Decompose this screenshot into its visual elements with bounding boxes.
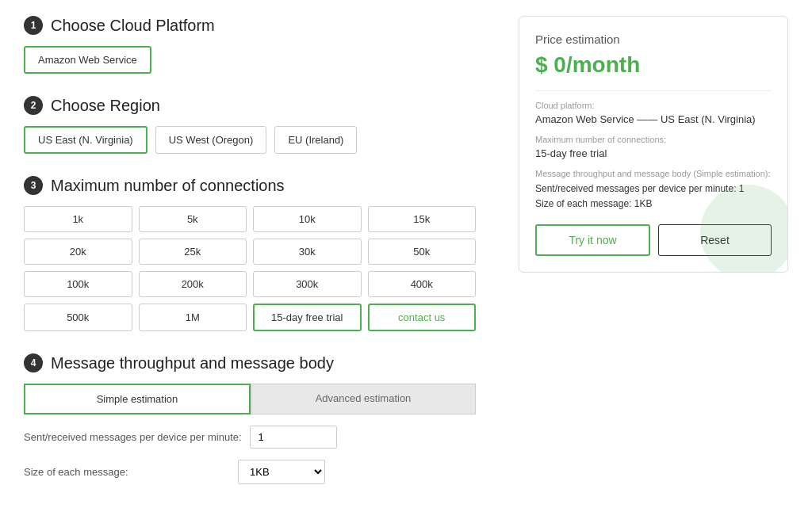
step3-section: 3 Maximum number of connections 1k 5k 10… <box>24 176 503 331</box>
message-size-row: Size of each message: 1KB 2KB 4KB 8KB 16… <box>24 460 503 484</box>
message-size-label: Size of each message: <box>24 466 230 478</box>
conn-500k-button[interactable]: 500k <box>24 304 132 331</box>
region-us-east-button[interactable]: US East (N. Virginia) <box>24 126 147 154</box>
svg-point-0 <box>700 185 788 273</box>
conn-100k-button[interactable]: 100k <box>24 271 132 297</box>
connections-value: 15-day free trial <box>535 147 772 159</box>
conn-50k-button[interactable]: 50k <box>368 239 477 265</box>
conn-200k-button[interactable]: 200k <box>139 271 247 297</box>
connections-label: Maximum number of connections: <box>535 135 772 144</box>
cloud-platform-value: Amazon Web Service —— US East (N. Virgin… <box>535 113 772 125</box>
conn-20k-button[interactable]: 20k <box>24 239 132 265</box>
right-panel: Price estimation $ 0/month Cloud platfor… <box>519 16 788 506</box>
price-divider-1 <box>535 90 772 91</box>
cloud-platform-label: Cloud platform: <box>535 101 772 110</box>
connections-grid: 1k 5k 10k 15k 20k 25k 30k 50k 100k 200k … <box>24 206 476 331</box>
step1-title: Choose Cloud Platform <box>51 17 215 35</box>
step3-title: Maximum number of connections <box>51 177 285 195</box>
step2-header: 2 Choose Region <box>24 96 503 115</box>
conn-5k-button[interactable]: 5k <box>139 206 247 232</box>
conn-contact-us-button[interactable]: contact us <box>368 304 477 331</box>
price-card: Price estimation $ 0/month Cloud platfor… <box>519 16 788 273</box>
messages-per-minute-input[interactable] <box>250 426 337 449</box>
message-size-select[interactable]: 1KB 2KB 4KB 8KB 16KB <box>238 460 325 484</box>
estimation-tabs: Simple estimation Advanced estimation <box>24 384 476 414</box>
step4-section: 4 Message throughput and message body Si… <box>24 353 503 484</box>
step4-header: 4 Message throughput and message body <box>24 353 503 372</box>
region-eu-ireland-button[interactable]: EU (Ireland) <box>274 126 357 154</box>
step2-section: 2 Choose Region US East (N. Virginia) US… <box>24 96 503 154</box>
throughput-label: Message throughput and message body (Sim… <box>535 169 772 178</box>
tab-simple-estimation[interactable]: Simple estimation <box>24 384 251 414</box>
step2-circle: 2 <box>24 96 43 115</box>
step4-title: Message throughput and message body <box>51 354 334 372</box>
step3-circle: 3 <box>24 176 43 195</box>
price-card-title: Price estimation <box>535 32 772 46</box>
platform-aws-button[interactable]: Amazon Web Service <box>24 46 151 74</box>
platform-options: Amazon Web Service <box>24 46 503 74</box>
step1-header: 1 Choose Cloud Platform <box>24 16 503 35</box>
tab-advanced-estimation[interactable]: Advanced estimation <box>251 384 476 414</box>
conn-15k-button[interactable]: 15k <box>368 206 477 232</box>
step1-circle: 1 <box>24 16 43 35</box>
messages-per-minute-row: Sent/received messages per device per mi… <box>24 426 503 449</box>
conn-1k-button[interactable]: 1k <box>24 206 132 232</box>
conn-400k-button[interactable]: 400k <box>368 271 477 297</box>
conn-1m-button[interactable]: 1M <box>139 304 247 331</box>
region-us-west-button[interactable]: US West (Oregon) <box>155 126 267 154</box>
conn-30k-button[interactable]: 30k <box>253 239 362 265</box>
step1-section: 1 Choose Cloud Platform Amazon Web Servi… <box>24 16 503 74</box>
conn-free-trial-button[interactable]: 15-day free trial <box>253 304 362 331</box>
conn-10k-button[interactable]: 10k <box>253 206 362 232</box>
try-now-button[interactable]: Try it now <box>535 224 650 256</box>
price-card-decoration <box>700 185 788 273</box>
conn-300k-button[interactable]: 300k <box>253 271 362 297</box>
step3-header: 3 Maximum number of connections <box>24 176 503 195</box>
step4-circle: 4 <box>24 353 43 372</box>
price-amount: $ 0/month <box>535 52 772 78</box>
conn-25k-button[interactable]: 25k <box>139 239 247 265</box>
messages-per-minute-label: Sent/received messages per device per mi… <box>24 431 242 443</box>
step2-title: Choose Region <box>51 97 160 115</box>
left-panel: 1 Choose Cloud Platform Amazon Web Servi… <box>24 16 503 506</box>
region-options: US East (N. Virginia) US West (Oregon) E… <box>24 126 503 154</box>
